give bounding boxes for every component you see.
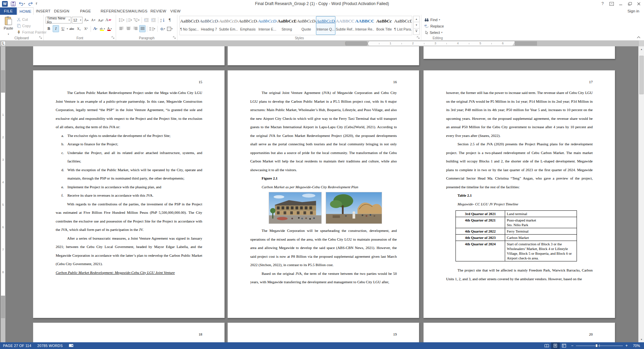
change-case-button[interactable]: Aa▾ <box>97 16 104 23</box>
scroll-up-arrow[interactable]: ▲ <box>639 46 644 52</box>
page-15-body[interactable]: 15 The Carbon Public Market Redevelopmen… <box>56 80 202 312</box>
web-layout-button[interactable] <box>560 342 569 349</box>
bullets-button[interactable]: ▾ <box>118 16 125 23</box>
zoom-level[interactable]: 70% <box>630 344 644 348</box>
page-partial-bottom-1[interactable]: 18 <box>33 322 225 342</box>
cut-button[interactable]: Cut <box>17 16 47 22</box>
style-chip-list-paragraph[interactable]: AaBbCcDd¶ List Para... <box>394 16 412 35</box>
style-chip-no-spacing[interactable]: AaBbCcDd¶ No Spac... <box>180 16 199 35</box>
font-name-select[interactable]: Times New Ro▾ <box>46 17 71 23</box>
style-chip-intense-emphasis[interactable]: AaBbCcDdIntense E... <box>258 16 277 35</box>
style-chip-intense-quote[interactable]: AaBbCcDdIntense Q... <box>316 16 335 35</box>
zoom-out-button[interactable]: − <box>569 343 576 348</box>
save-button[interactable] <box>11 1 16 6</box>
tab-design[interactable]: DESIGN <box>53 7 70 15</box>
select-button[interactable]: Select▾ <box>424 29 444 36</box>
page-16[interactable]: 16 The original Joint Venture Agreement … <box>227 70 419 318</box>
collapse-ribbon-button[interactable] <box>637 36 641 39</box>
align-left-button[interactable] <box>118 25 124 32</box>
line-spacing-button[interactable]: ▾ <box>149 25 156 32</box>
styles-scroll-down-button[interactable]: ▼ <box>413 22 420 29</box>
ribbon-display-options-button[interactable] <box>607 0 616 7</box>
tab-view[interactable]: VIEW <box>168 7 182 15</box>
font-size-select[interactable]: 12▾ <box>72 17 83 23</box>
page-indicator[interactable]: PAGE 27 OF 114 <box>0 342 34 349</box>
shading-button[interactable]: ▾ <box>159 25 166 32</box>
sign-in-link[interactable]: Sign in <box>628 7 639 15</box>
scroll-down-arrow[interactable]: ▼ <box>639 337 644 342</box>
style-chip-emphasis[interactable]: AaBbCcDdEmphasis <box>238 16 258 35</box>
tab-references[interactable]: REFERENCES <box>101 7 126 15</box>
maximize-button[interactable] <box>625 0 634 7</box>
highlight-color-button[interactable]: ab▾ <box>99 25 106 32</box>
document-canvas[interactable]: 1 2 3 4 5 6 7 8 15 The Carbon Public Mar… <box>0 46 644 342</box>
bold-button[interactable]: B <box>46 25 52 32</box>
show-formatting-marks-button[interactable]: ¶ <box>167 16 173 23</box>
scrollbar-thumb[interactable] <box>639 56 644 94</box>
borders-button[interactable]: ▾ <box>166 25 173 32</box>
qat-customize-button[interactable]: ▾ <box>36 2 37 5</box>
tab-stop-selector[interactable]: L <box>1 41 6 46</box>
page-16-body[interactable]: 16 The original Joint Venture Agreement … <box>250 80 397 312</box>
strikethrough-button[interactable]: abc <box>69 25 75 32</box>
style-chip-quote[interactable]: AaBbCcDdQuote <box>297 16 316 35</box>
text-effects-button[interactable]: A▾ <box>92 25 99 32</box>
format-painter-button[interactable]: Format Painter <box>17 29 47 35</box>
print-layout-button[interactable] <box>551 342 560 349</box>
style-chip-strong[interactable]: AaBbCcDdStrong <box>277 16 297 35</box>
minimize-button[interactable] <box>616 0 625 7</box>
close-button[interactable] <box>634 0 643 7</box>
page-partial-top-2[interactable] <box>227 46 419 65</box>
styles-more-button[interactable]: ▼ <box>413 29 420 35</box>
superscript-button[interactable]: X² <box>83 25 89 32</box>
font-dialog-launcher[interactable] <box>111 36 115 40</box>
vertical-scrollbar[interactable]: ▲ ▼ <box>638 46 644 342</box>
tab-mailings[interactable]: MAILINGS <box>127 7 148 15</box>
help-button[interactable]: ? <box>598 0 607 7</box>
style-chip-heading-7[interactable]: AaBbCcDcHeading 7 <box>199 16 219 35</box>
redo-button[interactable] <box>28 1 33 6</box>
sort-button[interactable]: AZ <box>160 16 166 23</box>
find-button[interactable]: Find▾ <box>424 16 444 23</box>
page-partial-top-1[interactable] <box>33 46 225 65</box>
align-center-button[interactable] <box>125 25 131 32</box>
tab-review[interactable]: REVIEW <box>150 7 167 15</box>
page-partial-bottom-2[interactable]: 19 <box>227 322 419 342</box>
copy-button[interactable]: Copy <box>17 22 47 29</box>
word-count[interactable]: 20785 WORDS <box>34 342 66 349</box>
right-indent-marker[interactable] <box>512 43 515 46</box>
style-chip-subtle-emphasis[interactable]: AaBbCcDdSubtle Em... <box>219 16 238 35</box>
tab-file[interactable]: FILE <box>0 7 17 15</box>
increase-indent-button[interactable] <box>150 16 157 23</box>
vertical-ruler[interactable]: 1 2 3 4 5 6 7 8 <box>1 46 5 342</box>
read-mode-button[interactable] <box>542 342 551 349</box>
justify-button[interactable] <box>139 25 146 32</box>
style-chip-intense-reference[interactable]: AABBCCDDIntense Re... <box>355 16 374 35</box>
tab-page-layout[interactable]: PAGE LAYOUT <box>72 7 99 15</box>
italic-button[interactable]: I <box>53 25 59 32</box>
page-15[interactable]: 15 The Carbon Public Market Redevelopmen… <box>33 70 225 318</box>
tab-insert[interactable]: INSERT <box>35 7 52 15</box>
underline-button[interactable]: U <box>60 25 66 32</box>
clipboard-dialog-launcher[interactable] <box>39 36 43 40</box>
subscript-button[interactable]: X₂ <box>76 25 82 32</box>
zoom-slider[interactable] <box>576 342 623 349</box>
styles-dialog-launcher[interactable] <box>417 36 420 40</box>
page-partial-top-3[interactable] <box>423 46 615 59</box>
shrink-font-button[interactable]: A▼ <box>90 16 97 23</box>
styles-scroll-up-button[interactable]: ▲ <box>413 16 420 22</box>
multilevel-list-button[interactable]: ▾ <box>133 16 140 23</box>
tab-home[interactable]: HOME <box>17 7 34 15</box>
replace-button[interactable]: ab Replace <box>424 23 444 29</box>
paste-button[interactable]: Paste▾ <box>1 16 15 37</box>
proofing-status[interactable] <box>66 342 77 349</box>
hanging-indent-marker[interactable] <box>367 43 369 46</box>
zoom-in-button[interactable]: + <box>623 343 630 348</box>
page-17-body[interactable]: 17 however, the former still has the pow… <box>446 80 593 312</box>
page-17[interactable]: 17 however, the former still has the pow… <box>423 70 615 318</box>
zoom-slider-thumb[interactable] <box>595 344 598 347</box>
paragraph-dialog-launcher[interactable] <box>173 36 176 40</box>
undo-button[interactable]: ▾ <box>19 1 25 6</box>
style-chip-book-title[interactable]: AaBbCcBook Title <box>374 16 394 35</box>
page-partial-bottom-3[interactable]: 20 <box>423 322 615 342</box>
